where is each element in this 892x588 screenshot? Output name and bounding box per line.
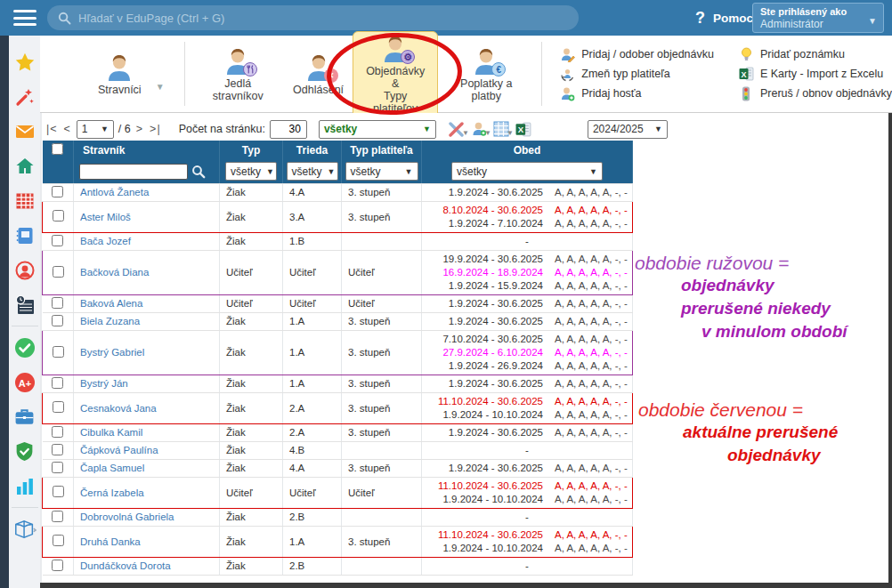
help-button[interactable]: ? Pomoc	[695, 0, 753, 36]
diner-name-link[interactable]: Čapla Samuel	[74, 463, 144, 473]
search-icon[interactable]	[191, 165, 206, 179]
diner-name-link[interactable]: Bystrý Ján	[74, 378, 128, 389]
payer-type: 3. stupeň	[342, 403, 421, 414]
column-header-stravnik[interactable]: Stravník	[74, 141, 220, 160]
row-checkbox[interactable]	[53, 486, 64, 497]
menu-icon[interactable]	[13, 10, 36, 26]
first-page-button[interactable]: |<	[45, 123, 59, 135]
diner-name-link[interactable]: Cibulka Kamil	[74, 427, 142, 438]
logged-in-user-menu[interactable]: Ste prihlásený ako Administrátor ▼	[752, 3, 884, 33]
diner-name-link[interactable]: Dundáčková Dorota	[74, 560, 171, 571]
messages-icon[interactable]	[13, 120, 36, 143]
person-arrows-icon	[560, 67, 575, 82]
grades-icon[interactable]: A+	[13, 371, 36, 394]
columns-grid-icon[interactable]: ▼	[492, 120, 510, 138]
diner-name-link[interactable]: Dobrovolná Gabriela	[74, 511, 174, 522]
school-year-select[interactable]: 2024/2025▼	[588, 120, 668, 139]
favorites-star-icon[interactable]	[13, 51, 36, 74]
library-icon[interactable]	[13, 518, 36, 541]
statistics-icon[interactable]	[13, 475, 36, 498]
timetable-icon[interactable]	[13, 189, 36, 213]
action-ekarty-import-excel[interactable]: X E Karty - Import z Excelu	[739, 67, 892, 82]
row-checkbox[interactable]	[52, 235, 63, 246]
row-checkbox[interactable]	[52, 297, 63, 309]
diner-name-link[interactable]: Cesnaková Jana	[74, 403, 157, 414]
diner-name-link[interactable]: Biela Zuzana	[74, 316, 140, 326]
magic-wand-icon[interactable]	[13, 85, 36, 109]
notebook-icon[interactable]	[13, 224, 36, 247]
select-all-checkbox[interactable]	[52, 143, 63, 155]
home-icon[interactable]	[13, 155, 36, 178]
export-excel-icon[interactable]: X	[515, 120, 532, 138]
tab-poplatky-a-platby[interactable]: € Poplatky a platby	[438, 44, 534, 105]
help-label: Pomoc	[713, 12, 753, 25]
trieda-filter-select[interactable]: všetky▼	[287, 162, 338, 181]
row-checkbox[interactable]	[52, 511, 63, 522]
next-page-button[interactable]: >	[135, 123, 144, 135]
last-page-button[interactable]: >|	[149, 123, 162, 135]
action-pridat-poznamku[interactable]: Pridať poznámku	[739, 47, 892, 62]
tab-odhlaseni[interactable]: ✕ Odhlásení	[284, 51, 353, 99]
contacts-icon[interactable]	[13, 259, 36, 282]
platitel-filter-select[interactable]: všetky▼	[345, 162, 418, 181]
row-checkbox[interactable]	[52, 462, 63, 473]
pink-note-line: prerušené niekedy	[681, 297, 847, 320]
column-header-trieda[interactable]: Trieda	[283, 141, 342, 160]
diner-name-link[interactable]: Aster Miloš	[74, 212, 131, 222]
global-search-input[interactable]: Hľadať v EduPage (Ctrl + G)	[47, 5, 579, 30]
diner-name-link[interactable]: Černá Izabela	[74, 487, 144, 498]
pink-note-line: v minulom období	[701, 320, 847, 343]
row-checkbox[interactable]	[52, 186, 63, 197]
action-zmen-typ-platitela[interactable]: Zmeň typ platiteľa	[560, 67, 714, 82]
right-scrollbar[interactable]	[888, 113, 892, 583]
tab-jedla-stravnikov[interactable]: Jedlá stravníkov	[191, 44, 284, 105]
tools-icon[interactable]: ▼	[448, 120, 466, 138]
per-page-input[interactable]	[270, 120, 307, 139]
diner-name-link[interactable]: Baková Alena	[74, 298, 142, 309]
diner-name-link[interactable]: Antlová Žaneta	[74, 187, 149, 197]
page-select[interactable]: 1▼	[77, 120, 114, 139]
diner-name-link[interactable]: Druhá Danka	[74, 536, 141, 547]
column-header-obed[interactable]: Obed	[422, 141, 633, 160]
row-checkbox[interactable]	[53, 346, 64, 358]
row-checkbox[interactable]	[52, 444, 63, 455]
row-checkbox[interactable]	[53, 266, 64, 278]
diner-name-link[interactable]: Bystrý Gabriel	[74, 347, 144, 358]
action-pridaj-hosta[interactable]: Pridaj hosťa	[560, 86, 714, 101]
toolbar-separator	[184, 42, 185, 106]
row-checkbox[interactable]	[52, 426, 63, 438]
bottom-scrollbar[interactable]	[40, 583, 892, 588]
diner-name-link[interactable]: Bača Jozef	[74, 236, 131, 246]
obed-period: 1.9.2024 - 30.6.2025	[422, 426, 543, 439]
prev-page-button[interactable]: <	[63, 123, 72, 135]
safety-shield-icon[interactable]	[13, 440, 36, 463]
obed-period: 1.9.2024 - 7.10.2024	[422, 217, 543, 230]
obed-filter-select[interactable]: všetky▼	[451, 162, 603, 181]
row-checkbox[interactable]	[52, 377, 63, 389]
diner-class: 1.B	[283, 236, 341, 246]
approved-check-icon[interactable]	[13, 336, 36, 359]
rows-filter-select[interactable]: všetky▼	[319, 120, 436, 139]
diner-name-link[interactable]: Čápková Paulína	[74, 445, 158, 455]
table-row: Čapla SamuelŽiak4.A3. stupeň1.9.2024 - 3…	[43, 459, 633, 477]
column-header-typ[interactable]: Typ	[220, 141, 283, 160]
row-checkbox[interactable]	[53, 535, 64, 546]
tab-stravnici[interactable]: Stravníci	[89, 51, 150, 99]
row-checkbox[interactable]	[53, 210, 64, 222]
row-checkbox[interactable]	[53, 401, 64, 413]
row-checkbox[interactable]	[52, 315, 63, 326]
tab-objednavky-typy-platitelov[interactable]: ⚙ Objednávky & Typy platiteľov	[353, 31, 438, 118]
column-header-typ-platitela[interactable]: Typ platiteľa	[342, 141, 422, 160]
diner-class: 4.A	[283, 187, 341, 197]
diner-name-link[interactable]: Bačková Diana	[74, 267, 149, 278]
chevron-down-icon[interactable]: ▼	[156, 82, 165, 92]
action-prerus-obnov-objednavky[interactable]: Preruš / obnov objednávky	[739, 86, 892, 101]
obed-period-line: 1.9.2024 - 10.10.2024A, A, A, A, A, -, -	[422, 408, 632, 422]
person-add-icon[interactable]: ▼	[470, 120, 488, 138]
action-pridaj-odober-objednavku[interactable]: Pridaj / odober objednávku	[560, 47, 714, 62]
briefcase-icon[interactable]	[13, 406, 36, 429]
name-filter-input[interactable]	[79, 164, 188, 180]
row-checkbox[interactable]	[52, 560, 63, 571]
typ-filter-select[interactable]: všetky▼	[225, 162, 277, 181]
attendance-calendar-icon[interactable]	[13, 294, 36, 317]
